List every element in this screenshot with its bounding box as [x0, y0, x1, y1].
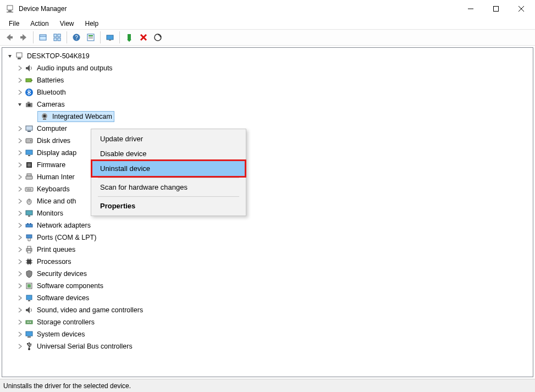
tree-category-row[interactable]: Human Inter: [2, 171, 533, 183]
svg-rect-55: [26, 211, 32, 215]
ports-icon: [24, 233, 34, 242]
ctx-update-driver[interactable]: Update driver: [92, 131, 245, 146]
chevron-right-icon[interactable]: [15, 281, 24, 290]
svg-point-85: [30, 344, 31, 345]
svg-rect-58: [27, 223, 29, 224]
scan-hardware-button[interactable]: [151, 31, 164, 44]
statusbar: Uninstalls the driver for the selected d…: [0, 379, 535, 392]
ctx-uninstall-device[interactable]: Uninstall device: [91, 159, 246, 178]
chevron-right-icon[interactable]: [15, 64, 24, 73]
properties-button[interactable]: [84, 31, 97, 44]
chevron-right-icon[interactable]: [15, 245, 24, 254]
menu-file[interactable]: File: [3, 19, 25, 29]
chevron-right-icon[interactable]: [15, 294, 24, 302]
svg-rect-81: [27, 336, 31, 338]
chevron-right-icon[interactable]: [15, 173, 24, 181]
svg-rect-75: [26, 295, 32, 300]
tree-category-label: Firmware: [37, 161, 65, 169]
chevron-down-icon[interactable]: [15, 100, 24, 109]
tree-category-row[interactable]: Audio inputs and outputs: [2, 62, 533, 74]
firmware-icon: [24, 160, 34, 170]
svg-rect-62: [27, 246, 31, 249]
chevron-right-icon[interactable]: [15, 342, 24, 351]
tree-category-row[interactable]: Keyboards: [2, 183, 533, 195]
tree-category-label: System devices: [37, 330, 85, 338]
tree-category-row[interactable]: Monitors: [2, 207, 533, 219]
tree-category-row[interactable]: System devices: [2, 328, 533, 340]
help-button[interactable]: ?: [70, 31, 83, 44]
ctx-properties[interactable]: Properties: [92, 198, 245, 213]
printer-icon: [24, 245, 34, 255]
svg-rect-48: [25, 187, 33, 191]
ctx-disable-device[interactable]: Disable device: [92, 146, 245, 161]
menu-view[interactable]: View: [54, 19, 80, 29]
svg-rect-34: [27, 102, 30, 103]
tree-category-row[interactable]: Print queues: [2, 244, 533, 256]
tree-root-label: DESKTOP-504K819: [27, 52, 90, 60]
chevron-right-icon[interactable]: [15, 306, 24, 314]
tree-category-label: Universal Serial Bus controllers: [37, 343, 133, 350]
tree-category-row[interactable]: Universal Serial Bus controllers: [2, 340, 533, 352]
chevron-down-icon[interactable]: [5, 52, 14, 60]
enable-device-button[interactable]: [123, 31, 136, 44]
tree-category-row[interactable]: Ports (COM & LPT): [2, 231, 533, 244]
tree-category-row[interactable]: Security devices: [2, 268, 533, 280]
sound-icon: [24, 305, 34, 315]
chevron-right-icon[interactable]: [15, 185, 24, 194]
chevron-right-icon[interactable]: [15, 269, 24, 278]
tree-category-row[interactable]: Firmware: [2, 159, 533, 171]
tree-category-row[interactable]: Processors: [2, 256, 533, 268]
tree-device-row[interactable]: Integrated Webcam: [2, 111, 533, 123]
chevron-right-icon[interactable]: [15, 257, 24, 266]
minimize-button[interactable]: [458, 0, 483, 18]
tree-category-row[interactable]: Disk drives: [2, 135, 533, 147]
svg-rect-59: [30, 223, 31, 224]
close-button[interactable]: [509, 0, 534, 18]
chevron-right-icon[interactable]: [15, 161, 24, 169]
tree-category-row[interactable]: Software components: [2, 280, 533, 292]
tree-category-row[interactable]: Bluetooth: [2, 86, 533, 98]
chevron-right-icon[interactable]: [15, 233, 24, 242]
tree-category-label: Human Inter: [37, 173, 75, 181]
tree-category-row[interactable]: Cameras: [2, 98, 533, 111]
svg-rect-28: [18, 58, 21, 59]
svg-point-36: [43, 115, 46, 118]
monitor-icon: [24, 208, 34, 218]
forward-button[interactable]: [17, 31, 30, 44]
tree-category-row[interactable]: Software devices: [2, 292, 533, 304]
show-hidden-button[interactable]: [36, 31, 49, 44]
maximize-button[interactable]: [483, 0, 509, 18]
chevron-right-icon[interactable]: [15, 148, 24, 157]
chevron-right-icon[interactable]: [15, 318, 24, 327]
storage-icon: [24, 317, 34, 327]
ctx-scan-hardware[interactable]: Scan for hardware changes: [92, 180, 245, 195]
tree-root-row[interactable]: DESKTOP-504K819: [2, 50, 533, 62]
chevron-right-icon[interactable]: [15, 136, 24, 145]
software-devices-icon: [24, 293, 34, 303]
chevron-right-icon[interactable]: [15, 124, 24, 133]
chevron-right-icon[interactable]: [15, 197, 24, 206]
menu-help[interactable]: Help: [80, 19, 104, 29]
tree-category-row[interactable]: Display adap: [2, 147, 533, 159]
svg-marker-86: [28, 342, 30, 344]
tree-category-row[interactable]: Sound, video and game controllers: [2, 304, 533, 316]
menu-action[interactable]: Action: [25, 19, 54, 29]
chevron-right-icon[interactable]: [15, 330, 24, 339]
tree-category-row[interactable]: Storage controllers: [2, 316, 533, 328]
uninstall-device-button[interactable]: [137, 31, 150, 44]
tree-category-label: Monitors: [37, 209, 63, 217]
tree-category-row[interactable]: Network adapters: [2, 219, 533, 231]
devices-by-type-button[interactable]: [51, 31, 64, 44]
chevron-right-icon[interactable]: [15, 209, 24, 218]
svg-rect-19: [107, 35, 113, 40]
tree-category-row[interactable]: Computer: [2, 123, 533, 135]
back-button[interactable]: [3, 31, 16, 44]
update-driver-button[interactable]: [103, 31, 117, 44]
chevron-right-icon[interactable]: [15, 221, 24, 230]
audio-icon: [24, 63, 34, 73]
chevron-right-icon[interactable]: [15, 76, 24, 85]
chevron-right-icon[interactable]: [15, 88, 24, 97]
device-tree[interactable]: DESKTOP-504K819 Audio inputs and outputs…: [2, 47, 533, 377]
tree-category-row[interactable]: Mice and oth: [2, 195, 533, 207]
tree-category-row[interactable]: Batteries: [2, 74, 533, 86]
